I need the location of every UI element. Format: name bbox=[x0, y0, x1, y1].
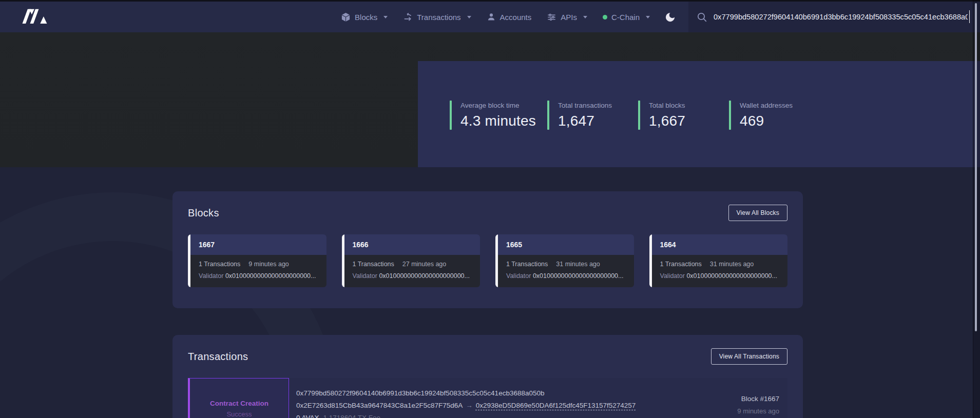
chevron-down-icon bbox=[646, 16, 650, 18]
navbar: Blocks Transactions Accounts bbox=[0, 2, 980, 32]
stats-row: Average block time 4.3 minutes Total tra… bbox=[418, 61, 980, 130]
theme-toggle-button[interactable] bbox=[664, 11, 676, 23]
chevron-down-icon bbox=[383, 16, 388, 18]
nav-item-apis[interactable]: APIs bbox=[547, 12, 587, 22]
blocks-section-title: Blocks bbox=[188, 207, 219, 219]
validator-label: Validator bbox=[506, 272, 531, 280]
block-card[interactable]: 1664 1 Transactions 31 minutes ago Valid… bbox=[649, 234, 788, 287]
transactions-section-header: Transactions View All Transactions bbox=[188, 335, 787, 365]
block-card[interactable]: 1667 1 Transactions 9 minutes ago Valida… bbox=[188, 234, 326, 287]
nav-menu: Blocks Transactions Accounts bbox=[341, 12, 650, 22]
transactions-section: Transactions View All Transactions Contr… bbox=[172, 335, 803, 418]
transaction-status: Success bbox=[226, 410, 252, 418]
stat-value: 1,647 bbox=[558, 113, 612, 129]
transactions-section-title: Transactions bbox=[188, 351, 248, 363]
block-time-ago: 31 minutes ago bbox=[710, 261, 754, 268]
stat-label: Average block time bbox=[460, 102, 536, 109]
block-number[interactable]: 1665 bbox=[498, 234, 634, 255]
chevron-down-icon bbox=[467, 16, 471, 18]
block-time-ago: 27 minutes ago bbox=[402, 261, 446, 268]
nav-item-blocks[interactable]: Blocks bbox=[341, 12, 388, 22]
transaction-rows: Contract Creation Success 0x7799bd580272… bbox=[188, 378, 787, 418]
validator-address[interactable]: 0x0100000000000000000000... bbox=[533, 272, 624, 280]
moon-icon bbox=[664, 11, 676, 23]
validator-label: Validator bbox=[660, 272, 685, 280]
block-time-ago: 31 minutes ago bbox=[556, 261, 600, 268]
block-time-ago: 9 minutes ago bbox=[248, 261, 289, 268]
stat-value: 4.3 minutes bbox=[460, 113, 536, 129]
stat-value: 1,667 bbox=[649, 113, 685, 129]
validator-label: Validator bbox=[353, 272, 377, 280]
person-icon bbox=[487, 12, 496, 22]
stat-label: Total transactions bbox=[558, 102, 612, 109]
from-address[interactable]: 0x2E7263d815CbB43a9647843C8a1e2F5c87F75d… bbox=[296, 402, 463, 409]
stats-panel: Average block time 4.3 minutes Total tra… bbox=[418, 61, 980, 167]
stat-total-transactions: Total transactions 1,647 bbox=[547, 101, 638, 130]
arrow-right-icon: → bbox=[463, 402, 476, 409]
transaction-details: 0x7799bd580272f9604140b6991d3bb6c19924bf… bbox=[289, 378, 700, 418]
validator-address[interactable]: 0x0100000000000000000000... bbox=[225, 272, 316, 280]
stat-value: 469 bbox=[740, 113, 793, 129]
block-card-body: 1 Transactions 27 minutes ago Validator … bbox=[344, 255, 481, 287]
transaction-amount: 0 AVAX bbox=[296, 414, 319, 418]
nav-item-transactions[interactable]: Transactions bbox=[403, 12, 471, 22]
search-input[interactable] bbox=[714, 13, 973, 21]
hero-section: Average block time 4.3 minutes Total tra… bbox=[0, 32, 980, 167]
transaction-time-ago: 9 minutes ago bbox=[700, 407, 779, 415]
nav-label: Transactions bbox=[417, 13, 460, 22]
validator-label: Validator bbox=[199, 272, 223, 280]
transaction-type: Contract Creation bbox=[210, 400, 268, 407]
validator-address[interactable]: 0x0100000000000000000000... bbox=[379, 272, 470, 280]
chevron-down-icon bbox=[583, 16, 587, 18]
block-card[interactable]: 1666 1 Transactions 27 minutes ago Valid… bbox=[342, 234, 481, 287]
block-card-body: 1 Transactions 31 minutes ago Validator … bbox=[498, 255, 634, 287]
block-number[interactable]: 1666 bbox=[344, 234, 481, 255]
avalanche-logo-icon bbox=[18, 7, 50, 25]
stat-accent-bar bbox=[450, 101, 452, 130]
transaction-fee: 1.1718604 TX Fee bbox=[323, 414, 381, 418]
block-card-body: 1 Transactions 31 minutes ago Validator … bbox=[652, 255, 788, 287]
block-tx-count: 1 Transactions bbox=[506, 261, 548, 268]
stat-accent-bar bbox=[729, 101, 731, 130]
stat-label: Wallet addresses bbox=[740, 102, 793, 109]
block-card[interactable]: 1665 1 Transactions 31 minutes ago Valid… bbox=[495, 234, 634, 287]
block-tx-count: 1 Transactions bbox=[199, 261, 240, 268]
transaction-row: Contract Creation Success 0x7799bd580272… bbox=[188, 378, 787, 418]
text-caret bbox=[969, 10, 970, 23]
search-bar bbox=[688, 2, 973, 32]
transfer-arrows-icon bbox=[403, 12, 413, 22]
view-all-blocks-button[interactable]: View All Blocks bbox=[728, 205, 787, 221]
transaction-type-badge: Contract Creation Success bbox=[188, 378, 289, 418]
stat-average-block-time: Average block time 4.3 minutes bbox=[450, 101, 547, 130]
view-all-transactions-button[interactable]: View All Transactions bbox=[711, 348, 787, 365]
nav-label: C-Chain bbox=[611, 13, 640, 22]
scrollbar-thumb[interactable] bbox=[975, 3, 977, 331]
blocks-section-header: Blocks View All Blocks bbox=[188, 191, 787, 221]
nav-label: Blocks bbox=[355, 13, 377, 22]
block-number-link[interactable]: Block #1667 bbox=[700, 395, 779, 403]
block-card-body: 1 Transactions 9 minutes ago Validator 0… bbox=[190, 255, 326, 287]
chain-status-dot bbox=[603, 15, 607, 19]
blocks-section: Blocks View All Blocks 1667 1 Transactio… bbox=[172, 191, 803, 308]
to-address-link[interactable]: 0x2938eD5D869e50DA6f125dfc45F13157f52742… bbox=[476, 402, 636, 409]
transaction-meta: Block #1667 9 minutes ago bbox=[700, 378, 787, 418]
search-icon bbox=[697, 12, 707, 23]
stat-accent-bar bbox=[638, 101, 640, 130]
sliders-icon bbox=[547, 12, 556, 22]
block-number[interactable]: 1667 bbox=[190, 234, 326, 255]
stat-total-blocks: Total blocks 1,667 bbox=[638, 101, 729, 130]
nav-label: Accounts bbox=[500, 13, 532, 22]
transaction-hash-link[interactable]: 0x7799bd580272f9604140b6991d3bb6c19924bf… bbox=[296, 387, 700, 400]
app-logo[interactable] bbox=[18, 7, 50, 27]
block-number[interactable]: 1664 bbox=[652, 234, 788, 255]
stat-accent-bar bbox=[547, 101, 549, 130]
block-cards: 1667 1 Transactions 9 minutes ago Valida… bbox=[188, 234, 787, 287]
stat-label: Total blocks bbox=[649, 102, 685, 109]
nav-label: APIs bbox=[561, 13, 577, 22]
window-top-edge bbox=[0, 0, 980, 2]
vertical-scrollbar[interactable] bbox=[973, 0, 980, 418]
stat-wallet-addresses: Wallet addresses 469 bbox=[729, 101, 793, 130]
nav-item-accounts[interactable]: Accounts bbox=[487, 12, 532, 22]
validator-address[interactable]: 0x0100000000000000000000... bbox=[686, 272, 777, 280]
nav-item-chain-selector[interactable]: C-Chain bbox=[603, 13, 650, 22]
